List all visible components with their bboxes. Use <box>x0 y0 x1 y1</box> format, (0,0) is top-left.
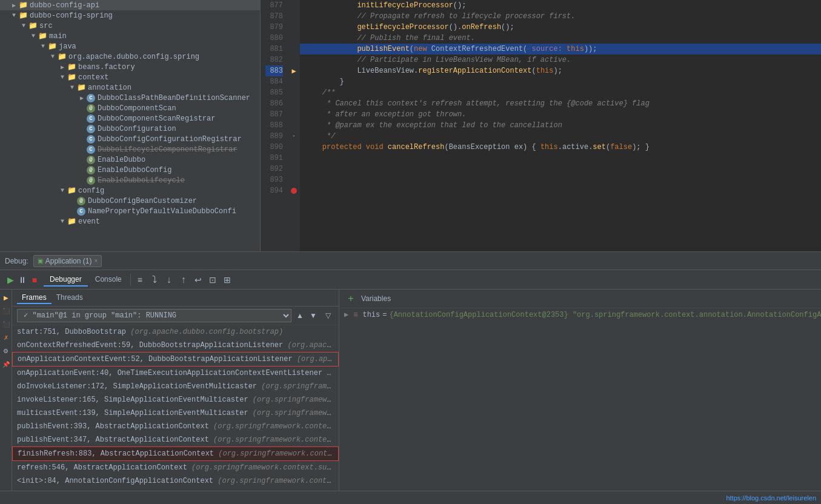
debug-session-tab[interactable]: ▣ Application (1) × <box>33 255 102 267</box>
tree-item-main[interactable]: ▼📁main <box>0 31 260 41</box>
left-debug-toolbar: ▶ ⬛ ⬛ ✗ ⚙ 📌 <box>0 290 12 491</box>
tree-item-dubbo-config-spring[interactable]: ▼📁dubbo-config-spring <box>0 10 260 21</box>
debug-action-btn-2[interactable]: ⬛ <box>1 319 12 330</box>
thread-dropdown[interactable]: ✓ "main"@1 in group "main": RUNNING <box>17 309 291 322</box>
evaluate-btn[interactable]: ⊡ <box>206 273 219 287</box>
line-number-880: 880 <box>265 33 283 44</box>
frame-item-f8[interactable]: publishEvent:393, AbstractApplicationCon… <box>12 420 339 433</box>
settings-icon-btn[interactable]: ≡ <box>133 273 147 287</box>
tree-item-DubboLifecycleComponentRegistrar[interactable]: CDubboLifecycleComponentRegistrar <box>0 144 260 154</box>
step-out-btn[interactable]: ↑ <box>177 273 190 287</box>
resume-button[interactable]: ▶ <box>5 274 16 285</box>
debug-label: Debug: <box>5 257 28 265</box>
gutter-cell-890 <box>288 142 300 153</box>
frame-item-f6[interactable]: invokeListener:165, SimpleApplicationEve… <box>12 393 339 406</box>
show-execution-point-btn[interactable]: ▶ <box>1 292 12 303</box>
tree-item-src[interactable]: ▼📁src <box>0 21 260 31</box>
step-into-btn[interactable]: ↓ <box>162 273 176 287</box>
frame-item-f9[interactable]: publishEvent:347, AbstractApplicationCon… <box>12 433 339 446</box>
tree-item-NamePropertyDefaultValueDubboConf[interactable]: CNamePropertyDefaultValueDubboConfi <box>0 206 260 216</box>
var-eq: = <box>382 310 387 320</box>
frame-item-f7[interactable]: multicastEvent:139, SimpleApplicationEve… <box>12 406 339 420</box>
tree-item-org.apache.dubbo.config.spring[interactable]: ▼📁org.apache.dubbo.config.spring <box>0 51 260 62</box>
line-number-893: 893 <box>265 174 283 185</box>
tree-item-java[interactable]: ▼📁java <box>0 41 260 51</box>
frames-panel: Frames Threads ✓ "main"@1 in group "main… <box>12 290 339 491</box>
frame-item-f11[interactable]: refresh:546, AbstractApplicationContext … <box>12 461 339 474</box>
frame-item-f2[interactable]: onContextRefreshedEvent:59, DubboBootstr… <box>12 339 339 352</box>
debug-action-btn-4[interactable]: ⚙ <box>1 345 12 356</box>
variables-list: ▶≡this = {AnnotationConfigApplicationCon… <box>339 308 821 322</box>
tree-item-DubboClassPathBeanDefinitionScanner[interactable]: ▶CDubboClassPathBeanDefinitionScanner <box>0 93 260 103</box>
tree-item-DubboComponentScan[interactable]: @DubboComponentScan <box>0 103 260 113</box>
threads-tab[interactable]: Threads <box>52 292 88 304</box>
folder-icon: 📁 <box>57 52 67 61</box>
frame-item-f4[interactable]: onApplicationEvent:40, OneTimeExecutionA… <box>12 366 339 380</box>
code-line-882: // Publish the final event. <box>300 33 821 44</box>
frame-item-f5[interactable]: doInvokeListener:172, SimpleApplicationE… <box>12 380 339 393</box>
fold-marker[interactable]: • <box>292 133 296 140</box>
frame-method: publishEvent:347, AbstractApplicationCon… <box>17 436 209 444</box>
frame-item-f3[interactable]: onApplicationContextEvent:52, DubboBoots… <box>12 352 339 366</box>
tree-item-beans.factory[interactable]: ▶📁beans.factory <box>0 62 260 72</box>
gutter-cell-893 <box>288 174 300 185</box>
breakpoint-dot[interactable] <box>291 188 297 194</box>
tree-arrow: ▼ <box>48 53 57 60</box>
tree-item-DubboConfiguration[interactable]: CDubboConfiguration <box>0 124 260 134</box>
tree-item-EnableDubboConfig[interactable]: @EnableDubboConfig <box>0 165 260 175</box>
debug-action-btn-3[interactable]: ✗ <box>1 332 12 343</box>
frame-item-f1[interactable]: start:751, DubboBootstrap (org.apache.du… <box>12 325 339 339</box>
tree-arrow: ▼ <box>58 187 67 194</box>
line-number-891: 891 <box>265 153 283 164</box>
thread-filter-btn[interactable]: ▽ <box>322 310 334 322</box>
run-to-cursor-btn[interactable]: ↩ <box>191 273 205 287</box>
tree-item-DubboComponentScanRegistrar[interactable]: CDubboComponentScanRegistrar <box>0 113 260 124</box>
console-tab[interactable]: Console <box>89 273 128 287</box>
debug-action-btn-5[interactable]: 📌 <box>1 359 12 370</box>
tree-item-config-folder[interactable]: ▼📁config <box>0 185 260 196</box>
tree-item-event-folder[interactable]: ▼📁event <box>0 216 260 227</box>
session-tab-label: Application (1) <box>45 257 92 265</box>
frame-method: <init>:84, AnnotationConfigApplicationCo… <box>17 477 213 485</box>
tree-arrow: ▼ <box>19 22 28 29</box>
line-number-882: 882 <box>265 55 283 65</box>
close-session-button[interactable]: × <box>94 257 98 264</box>
execution-arrow: ▶ <box>291 67 296 76</box>
tree-item-context[interactable]: ▼📁context <box>0 72 260 82</box>
frame-item-f10[interactable]: finishRefresh:883, AbstractApplicationCo… <box>12 446 339 461</box>
tree-item-annotation[interactable]: ▼📁annotation <box>0 82 260 93</box>
thread-down-btn[interactable]: ▼ <box>307 310 319 322</box>
pause-button[interactable]: ⏸ <box>17 274 28 285</box>
thread-up-btn[interactable]: ▲ <box>294 310 306 322</box>
frames-tab[interactable]: Frames <box>17 292 52 304</box>
restore-layout-btn[interactable]: ⊞ <box>221 273 234 287</box>
tree-item-DubboConfigConfigurationRegistrar[interactable]: CDubboConfigConfigurationRegistrar <box>0 134 260 144</box>
code-line-893: */ <box>300 131 821 142</box>
debugger-tab[interactable]: Debugger <box>44 273 88 287</box>
tree-item-EnableDubboLifecycle[interactable]: @EnableDubboLifecycle <box>0 175 260 185</box>
tree-item-dubbo-config-api[interactable]: ▶📁dubbo-config-api <box>0 0 260 10</box>
add-var-btn[interactable]: + <box>344 292 357 305</box>
tree-item-EnableDubbo[interactable]: @EnableDubbo <box>0 154 260 165</box>
variable-item[interactable]: ▶≡this = {AnnotationConfigApplicationCon… <box>339 308 821 322</box>
class-icon: C <box>86 114 96 123</box>
frame-item-f12[interactable]: <init>:84, AnnotationConfigApplicationCo… <box>12 474 339 488</box>
gutter-cell-878 <box>288 11 300 22</box>
tree-arrow: ▼ <box>58 218 67 225</box>
step-over-btn[interactable]: ⤵ <box>148 273 161 287</box>
stop-button[interactable]: ■ <box>29 274 40 285</box>
line-number-879: 879 <box>265 22 283 33</box>
var-expand-icon[interactable]: ▶ <box>344 310 348 320</box>
class-icon: C <box>76 207 86 216</box>
var-value: {AnnotationConfigApplicationContext@2353… <box>389 310 821 320</box>
debug-panel: Debug: ▣ Application (1) × ▶ ⏸ ■ Debugge… <box>0 251 821 491</box>
code-text: } <box>300 76 821 87</box>
frame-pkg: (org.springframework.context.sup. <box>209 436 339 444</box>
tree-item-DubboConfigBeanCustomizer[interactable]: @DubboConfigBeanCustomizer <box>0 196 260 206</box>
tree-arrow: ▼ <box>10 12 18 19</box>
frame-method: multicastEvent:139, SimpleApplicationEve… <box>17 409 248 417</box>
debug-action-btn-1[interactable]: ⬛ <box>1 305 12 316</box>
line-number-887: 887 <box>265 109 283 120</box>
interface-icon: @ <box>86 165 96 174</box>
tree-label: src <box>39 22 53 30</box>
